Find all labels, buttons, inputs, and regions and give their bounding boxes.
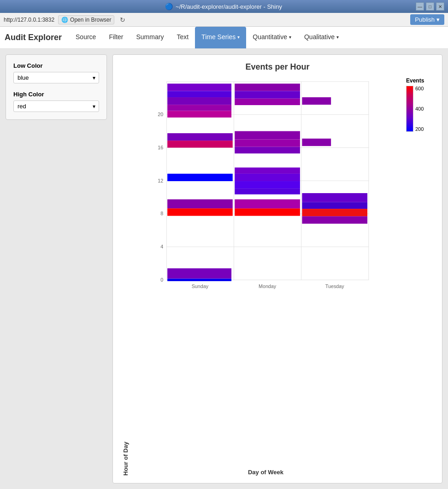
svg-rect-43 <box>167 97 231 105</box>
x-axis-label: Day of Week <box>129 467 402 476</box>
svg-text:8: 8 <box>160 211 163 216</box>
svg-rect-30 <box>167 174 233 181</box>
svg-rect-44 <box>167 105 231 111</box>
svg-rect-26 <box>302 193 367 202</box>
shiny-icon: 🔵 <box>165 3 173 10</box>
chart-plot-area: 0 4 8 12 16 20 Sunday Monday Tuesday <box>129 77 402 476</box>
svg-rect-42 <box>167 91 231 97</box>
nav-item-source[interactable]: Source <box>69 27 102 48</box>
svg-rect-37 <box>235 131 300 140</box>
maximize-button[interactable]: □ <box>426 2 434 11</box>
svg-text:4: 4 <box>160 244 163 249</box>
close-button[interactable]: ✕ <box>436 2 444 11</box>
publish-button[interactable]: Publish ▾ <box>410 14 444 25</box>
window-title: ~/R/audit-explorer/audit-explorer - Shin… <box>176 3 282 10</box>
sidebar: Low Color blue red green purple High Col… <box>6 54 107 120</box>
refresh-button[interactable]: ↻ <box>118 15 127 24</box>
svg-text:16: 16 <box>158 145 163 150</box>
svg-rect-20 <box>167 268 231 278</box>
publish-arrow-icon: ▾ <box>436 16 440 23</box>
title-bar: 🔵 ~/R/audit-explorer/audit-explorer - Sh… <box>0 0 448 13</box>
svg-rect-38 <box>235 139 300 147</box>
y-axis-label: Hour of Day <box>120 77 129 476</box>
window-controls: — □ ✕ <box>416 2 444 11</box>
nav-item-filter[interactable]: Filter <box>102 27 130 48</box>
low-color-select-wrapper: blue red green purple <box>13 72 99 83</box>
svg-rect-29 <box>302 216 367 224</box>
svg-rect-28 <box>302 209 367 216</box>
legend-value-400: 400 <box>415 106 424 112</box>
url-display: http://127.0.0.1:3832 <box>4 17 54 23</box>
svg-rect-21 <box>167 279 231 281</box>
high-color-select-wrapper: red blue green purple <box>13 100 99 112</box>
chart-with-legend: 0 4 8 12 16 20 Sunday Monday Tuesday <box>129 77 435 476</box>
low-color-label: Low Color <box>13 62 99 69</box>
svg-rect-47 <box>235 91 300 99</box>
svg-text:Tuesday: Tuesday <box>325 283 344 289</box>
svg-rect-36 <box>167 141 233 147</box>
chart-title: Events per Hour <box>245 62 309 72</box>
svg-rect-45 <box>167 111 231 118</box>
svg-rect-24 <box>235 208 300 216</box>
svg-rect-23 <box>167 208 233 216</box>
legend-labels: 600 400 200 <box>415 86 424 132</box>
svg-text:0: 0 <box>160 277 163 283</box>
qualitative-dropdown-icon: ▾ <box>336 35 339 40</box>
svg-rect-27 <box>302 202 367 209</box>
legend-value-200: 200 <box>415 126 424 132</box>
svg-rect-34 <box>235 189 300 194</box>
chart-legend: Events 600 400 200 <box>402 77 435 476</box>
svg-rect-46 <box>235 83 300 91</box>
high-color-label: High Color <box>13 91 99 98</box>
svg-rect-31 <box>235 167 300 173</box>
svg-text:Sunday: Sunday <box>192 283 209 289</box>
chart-container: Events per Hour Hour of Day <box>112 54 442 483</box>
address-bar: http://127.0.0.1:3832 🌐 Open in Browser … <box>0 13 448 27</box>
svg-rect-32 <box>235 174 300 181</box>
svg-text:12: 12 <box>158 178 163 183</box>
legend-value-600: 600 <box>415 86 424 91</box>
chart-inner: Hour of Day <box>120 77 435 476</box>
low-color-select[interactable]: blue red green purple <box>13 72 99 83</box>
open-browser-button[interactable]: 🌐 Open in Browser <box>58 15 114 24</box>
app-title: Audit Explorer <box>5 27 69 48</box>
svg-rect-40 <box>302 139 331 146</box>
quantitative-dropdown-icon: ▾ <box>289 35 291 40</box>
svg-rect-39 <box>235 147 300 153</box>
minimize-button[interactable]: — <box>416 2 424 11</box>
timeseries-dropdown-icon: ▾ <box>237 35 240 40</box>
svg-rect-48 <box>235 99 300 105</box>
high-color-select[interactable]: red blue green purple <box>13 100 99 112</box>
svg-rect-41 <box>167 83 231 91</box>
legend-title: Events <box>406 77 424 84</box>
browser-icon: 🌐 <box>61 17 68 23</box>
svg-text:Monday: Monday <box>259 283 277 289</box>
title-bar-center: 🔵 ~/R/audit-explorer/audit-explorer - Sh… <box>165 3 282 10</box>
chart-svg: 0 4 8 12 16 20 Sunday Monday Tuesday <box>129 77 402 467</box>
nav-item-timeseries[interactable]: Time Series ▾ <box>195 27 246 48</box>
svg-text:20: 20 <box>158 112 163 117</box>
nav-item-quantitative[interactable]: Quantitative ▾ <box>246 27 298 48</box>
svg-rect-22 <box>167 199 233 208</box>
high-color-control: High Color red blue green purple <box>13 91 99 112</box>
nav-bar: Audit Explorer Source Filter Summary Tex… <box>0 27 448 49</box>
nav-item-text[interactable]: Text <box>170 27 195 48</box>
content-area: Low Color blue red green purple High Col… <box>0 49 448 489</box>
svg-rect-35 <box>167 133 233 141</box>
publish-label: Publish <box>415 16 435 23</box>
nav-item-qualitative[interactable]: Qualitative ▾ <box>298 27 345 48</box>
low-color-control: Low Color blue red green purple <box>13 62 99 83</box>
legend-gradient <box>406 86 413 132</box>
svg-rect-33 <box>235 181 300 189</box>
app-container: Audit Explorer Source Filter Summary Tex… <box>0 27 448 489</box>
svg-rect-25 <box>235 199 300 208</box>
nav-item-summary[interactable]: Summary <box>130 27 171 48</box>
svg-rect-49 <box>302 97 331 105</box>
